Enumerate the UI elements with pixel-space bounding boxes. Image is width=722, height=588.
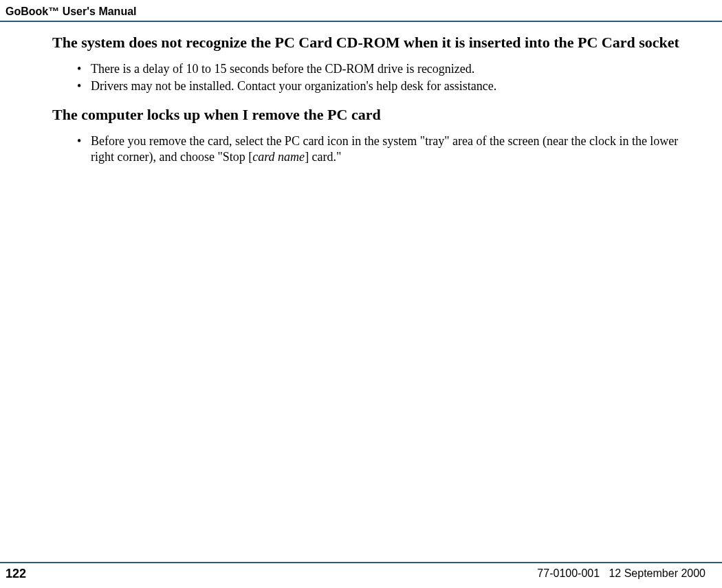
doc-id: 77-0100-001 [537, 567, 600, 579]
page-content: The system does not recognize the PC Car… [52, 33, 697, 171]
footer-divider [0, 562, 722, 563]
manual-header: GoBook™ User's Manual [6, 6, 137, 18]
item-suffix: ] card." [305, 150, 341, 164]
page-number: 122 [6, 567, 26, 581]
item-prefix: Before you remove the card, select the P… [91, 134, 678, 164]
list-item: Drivers may not be installed. Contact yo… [77, 78, 697, 94]
item-italic: card name [252, 150, 305, 164]
list-item: Before you remove the card, select the P… [77, 133, 697, 166]
doc-date: 12 September 2000 [609, 567, 705, 579]
bullet-list-1: There is a delay of 10 to 15 seconds bef… [52, 61, 697, 95]
bullet-list-2: Before you remove the card, select the P… [52, 133, 697, 166]
section-heading-2: The computer locks up when I remove the … [52, 105, 697, 125]
header-divider [0, 21, 722, 22]
list-item: There is a delay of 10 to 15 seconds bef… [77, 61, 697, 77]
section-heading-1: The system does not recognize the PC Car… [52, 33, 697, 53]
footer-info: 77-0100-001 12 September 2000 [537, 567, 705, 580]
